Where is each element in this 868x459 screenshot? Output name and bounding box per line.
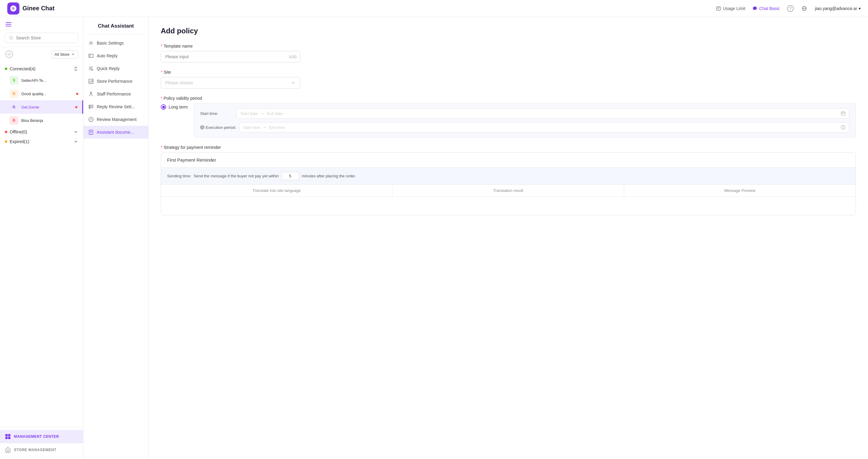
- offline-chevron-icon: [73, 129, 78, 134]
- logo-svg: [10, 5, 17, 12]
- radio-circle: [161, 104, 166, 110]
- time-range-box: Start time: Start date → End date: [194, 103, 856, 138]
- store-management-nav[interactable]: STORE MANAGEMENT: [0, 443, 83, 457]
- nav-staff-performance[interactable]: Staff Performance: [84, 88, 148, 100]
- chat-basic-icon: [752, 6, 757, 11]
- store-management-label: STORE MANAGEMENT: [14, 448, 56, 452]
- connected-section-left: Connected(4): [5, 66, 35, 71]
- connected-stores: S SellerAPI-Te... G Good quality... G Ge…: [0, 74, 83, 127]
- calendar-icon: [841, 111, 845, 116]
- expired-label: Expired(1): [10, 139, 29, 144]
- start-time-row: Start time: Start date → End date: [200, 108, 849, 119]
- svg-rect-0: [717, 7, 721, 10]
- nav-quick-reply[interactable]: Quick Reply: [84, 62, 148, 75]
- store-filter-icon: [5, 50, 13, 59]
- char-count: 0/30: [289, 55, 297, 59]
- execution-time-input[interactable]: Start time → End time: [239, 122, 850, 132]
- chat-basic-label: Chat Basic: [759, 6, 780, 11]
- store-item[interactable]: G Good quality...: [0, 87, 83, 100]
- search-box[interactable]: [5, 33, 78, 43]
- translation-body: [161, 197, 856, 215]
- template-name-input[interactable]: [161, 51, 300, 62]
- middle-nav-items: Basic Settings Auto Reply Quick Reply: [84, 34, 148, 459]
- nav-assistant-doc[interactable]: Assistant docume...: [84, 126, 148, 138]
- chat-basic-btn[interactable]: Chat Basic: [752, 6, 780, 11]
- store-perf-icon: [88, 78, 94, 84]
- long-term-radio[interactable]: Long term: [161, 104, 188, 110]
- svg-rect-5: [5, 434, 8, 436]
- reply-review-label: Reply Review Sett...: [97, 104, 135, 109]
- expired-chevron-icon: [73, 139, 78, 144]
- required-star-site: *: [161, 70, 162, 74]
- user-menu[interactable]: jiao.yang@advance.ai ▾: [815, 6, 861, 11]
- store-list: Connected(4) S SellerAPI-Te... G Good qu…: [0, 62, 83, 427]
- staff-perf-icon: [88, 91, 94, 97]
- store-avatar: B: [10, 116, 18, 125]
- col-preview: Message Preview: [624, 185, 856, 196]
- store-item[interactable]: B Bisa Belanja: [0, 114, 83, 127]
- left-sidebar: All Store Connected(4) S Sel: [0, 17, 84, 459]
- filter-row: All Store: [0, 47, 83, 62]
- connected-label: Connected(4): [10, 66, 35, 71]
- help-icon[interactable]: ?: [787, 5, 794, 12]
- menu-toggle-btn[interactable]: [5, 21, 13, 29]
- site-select[interactable]: Please choose: [161, 77, 300, 89]
- start-time-ph: Start time: [243, 125, 260, 130]
- end-time-ph: End time: [269, 125, 284, 130]
- logo-area: Ginee Chat: [7, 2, 55, 14]
- basic-settings-label: Basic Settings: [97, 41, 124, 45]
- first-reminder-header: First Payment Reminder: [161, 153, 856, 168]
- svg-rect-13: [89, 130, 93, 134]
- review-mgmt-icon: [88, 117, 94, 122]
- minutes-input[interactable]: [281, 172, 299, 180]
- date-arrow-sep: →: [260, 111, 264, 116]
- search-input[interactable]: [16, 35, 74, 40]
- template-name-input-wrapper: 0/30: [161, 51, 300, 62]
- store-avatar: G: [10, 90, 18, 98]
- nav-store-performance[interactable]: Store Performance: [84, 75, 148, 88]
- expired-section-header[interactable]: Expired(1): [0, 137, 83, 146]
- strategy-box: First Payment Reminder Sending time: Sen…: [161, 152, 856, 215]
- connected-section-header[interactable]: Connected(4): [0, 64, 83, 74]
- all-store-label: All Store: [55, 52, 69, 57]
- execution-period-label: i Execution period:: [200, 125, 236, 130]
- all-store-btn[interactable]: All Store: [51, 50, 78, 59]
- long-term-label: Long term: [168, 105, 188, 109]
- top-header: Ginee Chat Usage Limit Chat Basic ? jiao…: [0, 0, 868, 17]
- time-arrow-sep: →: [262, 125, 267, 130]
- store-avatar: S: [10, 76, 18, 85]
- store-item[interactable]: S SellerAPI-Te...: [0, 74, 83, 87]
- site-section: * Site Please choose: [161, 70, 856, 89]
- policy-validity-section: * Policy validity period Long term Start…: [161, 96, 856, 138]
- main-content: Add policy * Template name 0/30 * Site P…: [149, 17, 868, 459]
- assistant-doc-icon: [88, 129, 94, 135]
- required-star-strategy: *: [161, 145, 162, 150]
- offline-section-header[interactable]: Offline(0): [0, 127, 83, 137]
- nav-review-management[interactable]: Review Management: [84, 113, 148, 126]
- svg-rect-14: [841, 112, 845, 115]
- usage-limit-btn[interactable]: Usage Limit: [716, 6, 745, 11]
- user-email: jiao.yang@advance.ai: [815, 6, 857, 11]
- store-name: Good quality...: [21, 92, 73, 96]
- svg-rect-7: [5, 437, 8, 439]
- quick-reply-icon: [88, 66, 94, 71]
- svg-rect-8: [8, 437, 11, 439]
- assistant-doc-label: Assistant docume...: [97, 130, 134, 135]
- translation-table: Translate into site language Translation…: [161, 184, 856, 215]
- management-center-nav[interactable]: MANAGEMENT CENTER: [0, 430, 83, 443]
- online-dot: [76, 93, 78, 95]
- usage-limit-icon: [716, 6, 721, 11]
- expired-status-dot: [5, 140, 7, 143]
- management-center-icon: [5, 433, 11, 439]
- quick-reply-label: Quick Reply: [97, 66, 120, 71]
- nav-basic-settings[interactable]: Basic Settings: [84, 37, 148, 50]
- required-star: *: [161, 44, 162, 48]
- execution-period-row: i Execution period: Start time → End tim…: [200, 122, 849, 132]
- nav-reply-review[interactable]: Reply Review Sett...: [84, 100, 148, 113]
- nav-auto-reply[interactable]: Auto Reply: [84, 50, 148, 62]
- start-time-input[interactable]: Start date → End date: [237, 108, 849, 119]
- col-result: Translation result: [393, 185, 624, 196]
- middle-sidebar: Chat Assistant Basic Settings Auto Reply: [84, 17, 149, 459]
- store-item-active[interactable]: G Get.Genie: [0, 100, 83, 114]
- globe-icon[interactable]: [801, 5, 808, 12]
